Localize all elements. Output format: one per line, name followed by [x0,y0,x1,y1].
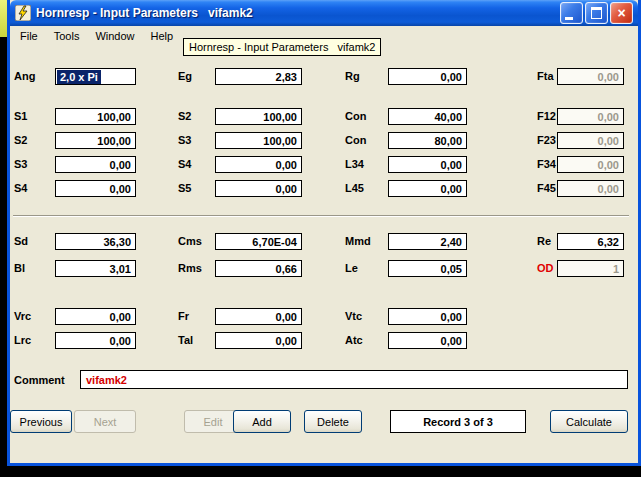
param-label-vrc: Vrc [14,310,31,322]
footer-row: Previous Next Edit Add Delete Record 3 o… [10,410,638,434]
menu-window[interactable]: Window [87,28,142,44]
param-input-mmd[interactable]: 2,40 [388,233,467,250]
param-label-eg: Eg [178,70,192,82]
param-label-atc: Atc [345,334,363,346]
add-button[interactable]: Add [233,410,291,433]
param-input-l45[interactable]: 0,00 [388,180,467,197]
section-divider [13,215,629,217]
param-label-l34: L34 [345,158,364,170]
param-label-s1: S1 [14,110,27,122]
menu-tools[interactable]: Tools [46,28,88,44]
param-label-bl: Bl [14,262,25,274]
calculate-button[interactable]: Calculate [550,410,628,433]
form-client-area: Ang 2,0 x Pi Eg 2,83 Rg 0,00 Fta 0,00 S1… [10,45,638,463]
menu-file[interactable]: File [12,28,46,44]
menu-help[interactable]: Help [143,28,182,44]
param-label-fta: Fta [537,70,554,82]
app-window: Hornresp - Input Parameters vifamk2 × Fi… [7,0,641,466]
param-label-f34: F34 [537,158,556,170]
close-button[interactable]: × [610,2,633,24]
close-icon: × [617,6,625,20]
next-button: Next [74,410,136,433]
param-input-f12: 0,00 [557,108,624,125]
comment-input[interactable]: vifamk2 [80,370,628,389]
param-row: S4 0,00 S5 0,00 L45 0,00 F45 0,00 [10,180,638,198]
param-input-lrc[interactable]: 0,00 [55,332,136,349]
param-label-f45: F45 [537,182,556,194]
param-input-s4[interactable]: 0,00 [215,156,302,173]
param-label-rg: Rg [345,70,360,82]
param-input-s2[interactable]: 100,00 [215,108,302,125]
param-input-eg[interactable]: 2,83 [215,68,302,85]
param-input-atc[interactable]: 0,00 [388,332,467,349]
param-label-f12: F12 [537,110,556,122]
param-input-tal[interactable]: 0,00 [215,332,302,349]
param-label-fr: Fr [178,310,189,322]
tooltip: Hornresp - Input Parameters vifamk2 [183,38,381,56]
param-input-vtc[interactable]: 0,00 [388,308,467,325]
param-label-s2: S2 [178,110,191,122]
param-label-mmd: Mmd [345,235,371,247]
previous-button[interactable]: Previous [10,410,72,433]
param-label-con: Con [345,134,366,146]
param-label-s3: S3 [178,134,191,146]
param-label-con: Con [345,110,366,122]
param-input-fta: 0,00 [557,68,624,85]
param-input-cms[interactable]: 6,70E-04 [215,233,302,250]
param-label-s4: S4 [14,182,27,194]
param-input-rms[interactable]: 0,66 [215,260,302,277]
param-input-l34[interactable]: 0,00 [388,156,467,173]
param-input-re[interactable]: 6,32 [557,233,624,250]
param-input-rg[interactable]: 0,00 [388,68,467,85]
param-label-sd: Sd [14,235,28,247]
selected-value: 2,0 x Pi [57,70,101,84]
app-icon [15,5,31,21]
param-input-od: 1 [557,260,624,277]
param-label-s3: S3 [14,158,27,170]
param-input-fr[interactable]: 0,00 [215,308,302,325]
param-label-rms: Rms [178,262,202,274]
window-controls: × [560,2,633,24]
param-row: S3 0,00 S4 0,00 L34 0,00 F34 0,00 [10,156,638,174]
param-label-lrc: Lrc [14,334,31,346]
param-label-ang: Ang [14,70,35,82]
param-input-sd[interactable]: 36,30 [55,233,136,250]
param-input-s1[interactable]: 100,00 [55,108,136,125]
param-input-s4[interactable]: 0,00 [55,180,136,197]
minimize-icon [565,17,573,20]
desktop-background-sliver [0,0,7,37]
param-label-tal: Tal [178,334,193,346]
maximize-icon [591,7,602,19]
param-row: Sd 36,30 Cms 6,70E-04 Mmd 2,40 Re 6,32 [10,233,638,251]
param-label-l45: L45 [345,182,364,194]
param-label-f23: F23 [537,134,556,146]
param-input-f34: 0,00 [557,156,624,173]
minimize-button[interactable] [560,2,583,24]
param-input-bl[interactable]: 3,01 [55,260,136,277]
param-input-s2[interactable]: 100,00 [55,132,136,149]
param-label-cms: Cms [178,235,202,247]
param-input-con[interactable]: 40,00 [388,108,467,125]
param-label-s2: S2 [14,134,27,146]
comment-label: Comment [14,374,65,386]
param-row: Vrc 0,00 Fr 0,00 Vtc 0,00 [10,308,638,326]
comment-row: Comment vifamk2 [10,370,638,390]
param-input-s3[interactable]: 100,00 [215,132,302,149]
param-input-f45: 0,00 [557,180,624,197]
param-input-le[interactable]: 0,05 [388,260,467,277]
param-row: S1 100,00 S2 100,00 Con 40,00 F12 0,00 [10,108,638,126]
maximize-button[interactable] [585,2,608,24]
param-row: Ang 2,0 x Pi Eg 2,83 Rg 0,00 Fta 0,00 [10,68,638,86]
param-label-vtc: Vtc [345,310,362,322]
param-label-le: Le [345,262,358,274]
param-input-vrc[interactable]: 0,00 [55,308,136,325]
param-input-con[interactable]: 80,00 [388,132,467,149]
param-input-s5[interactable]: 0,00 [215,180,302,197]
param-label-re: Re [537,235,551,247]
param-input-ang[interactable]: 2,0 x Pi [55,68,136,85]
delete-button[interactable]: Delete [304,410,362,433]
param-input-s3[interactable]: 0,00 [55,156,136,173]
titlebar[interactable]: Hornresp - Input Parameters vifamk2 × [10,0,638,26]
param-input-f23: 0,00 [557,132,624,149]
param-label-od: OD [537,262,554,274]
